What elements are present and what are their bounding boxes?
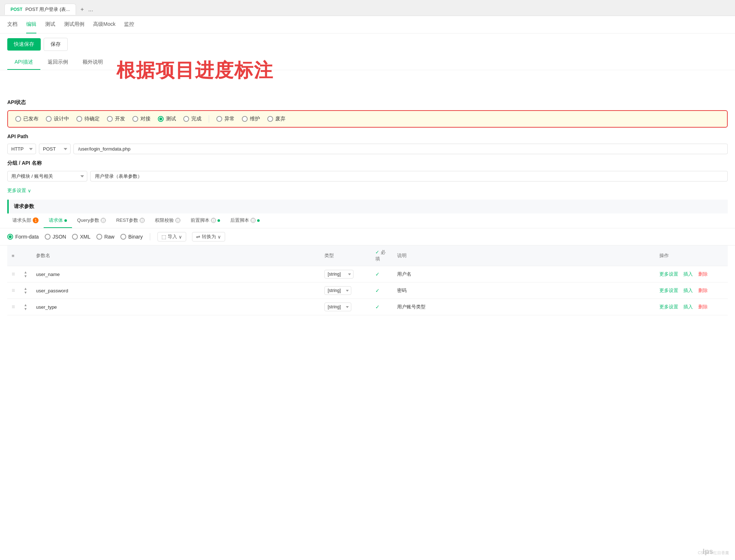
sort-cell-2: ▲ ▼: [19, 283, 32, 299]
format-xml[interactable]: XML: [72, 234, 91, 240]
more-settings-label: 更多设置: [7, 187, 26, 194]
format-divider: [150, 233, 150, 240]
format-binary[interactable]: Binary: [120, 234, 143, 240]
param-name-3: user_type: [36, 304, 57, 310]
nav-item-edit[interactable]: 编辑: [26, 16, 36, 33]
type-select-2[interactable]: [string] [integer]: [324, 286, 351, 295]
sort-down-icon: ▼: [24, 291, 27, 295]
auth-info-icon[interactable]: ⓘ: [175, 218, 180, 223]
sort-arrows[interactable]: ▲ ▼: [24, 303, 27, 311]
postscript-info-icon[interactable]: ⓘ: [251, 218, 256, 223]
required-cell-3: ✓: [371, 299, 393, 315]
req-tab-postscript[interactable]: 后置脚本 ⓘ: [225, 213, 265, 228]
type-cell-2: [string] [integer]: [320, 283, 371, 299]
api-path-title: API Path: [7, 133, 728, 139]
status-done[interactable]: 完成: [183, 116, 201, 122]
more-settings-action-2[interactable]: 更多设置: [659, 288, 678, 293]
sort-cell-3: ▲ ▼: [19, 299, 32, 315]
rest-info-icon[interactable]: ⓘ: [140, 218, 145, 223]
prescript-info-icon[interactable]: ⓘ: [211, 218, 216, 223]
group-select[interactable]: 用户模块 / 账号相关: [7, 171, 87, 181]
req-tab-header[interactable]: 请求头部 1: [7, 213, 44, 228]
status-developing[interactable]: 开发: [107, 116, 125, 122]
sort-arrows[interactable]: ▲ ▼: [24, 287, 27, 295]
format-json[interactable]: JSON: [45, 234, 66, 240]
col-drag: ≡: [7, 245, 19, 266]
import-button[interactable]: ⬚ 导入 ∨: [157, 232, 186, 241]
radio-binary: [120, 234, 126, 240]
nav-item-advancedmock[interactable]: 高级Mock: [93, 16, 115, 33]
insert-action-1[interactable]: 插入: [683, 271, 693, 277]
status-designing[interactable]: 设计中: [46, 116, 69, 122]
drag-handle-icon[interactable]: ≡: [12, 271, 15, 277]
req-tab-prescript[interactable]: 前置脚本 ⓘ: [185, 213, 225, 228]
status-deprecated[interactable]: 废弃: [267, 116, 285, 122]
status-docking[interactable]: 对接: [132, 116, 151, 122]
path-input[interactable]: [73, 144, 728, 154]
drag-cell-1: ≡: [7, 266, 19, 283]
new-tab-icon[interactable]: +: [80, 6, 84, 13]
col-actions: 操作: [655, 245, 728, 266]
sort-up-icon: ▲: [24, 303, 27, 307]
more-settings-link[interactable]: 更多设置 ∨: [7, 187, 728, 194]
more-settings-action-3[interactable]: 更多设置: [659, 304, 678, 309]
convert-chevron-icon: ∨: [217, 234, 221, 240]
more-tabs-icon[interactable]: ...: [88, 6, 93, 13]
prescript-dot: [217, 219, 220, 222]
format-raw[interactable]: Raw: [96, 234, 115, 240]
sort-arrows[interactable]: ▲ ▼: [24, 270, 27, 278]
req-tab-query[interactable]: Query参数 ⓘ: [72, 213, 111, 228]
watermark-text: 根据项目进度标注: [116, 59, 273, 81]
radio-published: [15, 116, 21, 122]
nav-item-docs[interactable]: 文档: [7, 16, 17, 33]
quick-save-button[interactable]: 快速保存: [7, 38, 41, 51]
sub-tab-returnexample[interactable]: 返回示例: [40, 55, 75, 70]
insert-action-3[interactable]: 插入: [683, 304, 693, 309]
api-status-section: API状态 已发布 设计中 待确定 开发 对接 测试 完成: [0, 99, 735, 133]
status-published[interactable]: 已发布: [15, 116, 39, 122]
method-select[interactable]: GET POST PUT DELETE PATCH: [39, 144, 71, 154]
protocol-select[interactable]: HTTP HTTPS: [7, 144, 36, 154]
type-select-1[interactable]: [string] [integer] [boolean]: [324, 270, 353, 279]
req-tab-body[interactable]: 请求体: [44, 213, 72, 228]
col-required: ✓ 必填: [371, 245, 393, 266]
more-settings-action-1[interactable]: 更多设置: [659, 271, 678, 277]
more-settings: 更多设置 ∨: [0, 187, 735, 200]
status-pending[interactable]: 待确定: [76, 116, 100, 122]
delete-action-1[interactable]: 删除: [698, 271, 708, 277]
sub-tab-extrainfo[interactable]: 额外说明: [75, 55, 110, 70]
req-tab-auth[interactable]: 权限校验 ⓘ: [150, 213, 185, 228]
status-testing[interactable]: 测试: [158, 116, 176, 122]
drag-cell-2: ≡: [7, 283, 19, 299]
api-status-title: API状态: [7, 99, 728, 106]
drag-handle-icon[interactable]: ≡: [12, 287, 15, 293]
insert-action-2[interactable]: 插入: [683, 288, 693, 293]
nav-item-testcase[interactable]: 测试用例: [64, 16, 84, 33]
status-abnormal[interactable]: 异常: [216, 116, 235, 122]
req-tab-rest-label: REST参数: [116, 217, 138, 224]
params-table-container: ≡ 参数名 类型 ✓ 必填 说明 操作 ≡: [0, 245, 735, 315]
delete-action-3[interactable]: 删除: [698, 304, 708, 309]
delete-action-2[interactable]: 删除: [698, 288, 708, 293]
param-name-cell-1: user_name: [32, 266, 320, 283]
type-select-3[interactable]: [string] [integer]: [324, 303, 351, 311]
group-title: 分组 / API 名称: [7, 160, 728, 167]
api-name-input[interactable]: [90, 171, 728, 181]
convert-button[interactable]: ⇌ 转换为 ∨: [192, 232, 225, 241]
query-info-icon[interactable]: ⓘ: [101, 218, 106, 223]
request-tabs: 请求头部 1 请求体 Query参数 ⓘ REST参数 ⓘ 权限校验 ⓘ 前置脚…: [0, 213, 735, 228]
format-formdata[interactable]: Form-data: [7, 234, 39, 240]
radio-testing: [158, 116, 164, 122]
nav-item-test[interactable]: 测试: [45, 16, 55, 33]
tab-actions: + ...: [80, 6, 93, 13]
sub-tab-apidesc[interactable]: API描述: [7, 55, 40, 70]
sort-down-icon: ▼: [24, 307, 27, 311]
top-nav: 文档 编辑 测试 测试用例 高级Mock 监控: [0, 16, 735, 33]
browser-tab[interactable]: POST POST 用户登录 (表...: [4, 4, 76, 15]
status-maintenance[interactable]: 维护: [242, 116, 260, 122]
desc-1: 用户名: [397, 271, 411, 277]
drag-handle-icon[interactable]: ≡: [12, 304, 15, 310]
save-button[interactable]: 保存: [44, 38, 68, 51]
nav-item-monitor[interactable]: 监控: [124, 16, 134, 33]
req-tab-rest[interactable]: REST参数 ⓘ: [111, 213, 150, 228]
